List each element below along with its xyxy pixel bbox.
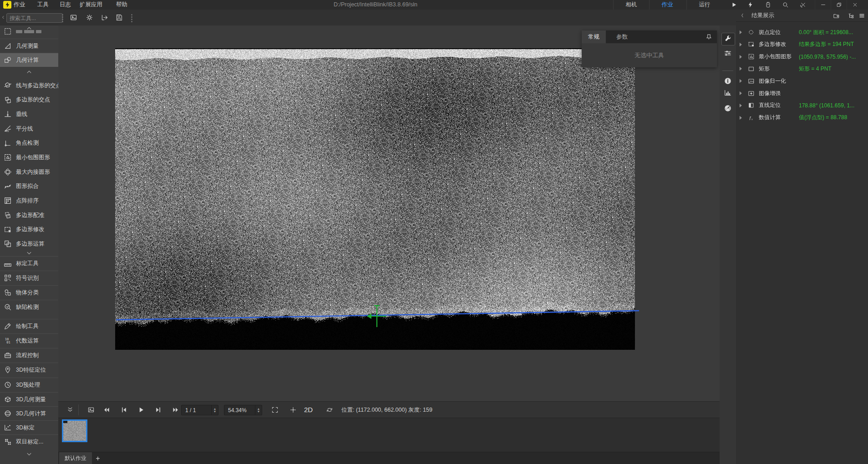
add-group-button[interactable] [831, 11, 842, 20]
result-row-最小包围图形[interactable]: 最小包围图形(1050.978, 575.956) -... [736, 51, 868, 63]
run-button[interactable] [728, 0, 740, 9]
settings-button[interactable] [83, 12, 95, 23]
info-panel-button[interactable] [721, 75, 734, 87]
trigger-button[interactable] [744, 0, 756, 9]
sidebar-item-多边形的交点[interactable]: 多边形的交点 [0, 93, 58, 107]
result-row-图像归一化[interactable]: 图像归一化 [736, 75, 868, 87]
next-frame-button[interactable] [152, 404, 165, 415]
restore-button[interactable] [831, 0, 847, 10]
expand-arrow-icon[interactable] [739, 103, 745, 108]
result-row-图像增强[interactable]: 图像增强 [736, 87, 868, 99]
search-button[interactable] [779, 0, 791, 9]
sidebar-item-角点检测[interactable]: 角点检测 [0, 136, 58, 150]
minimize-button[interactable] [815, 0, 831, 10]
options-tab-1[interactable]: 常规 [582, 30, 606, 43]
close-button[interactable] [847, 0, 863, 10]
sidebar-item-3D特征定位[interactable]: 3D特征定位 [0, 363, 58, 377]
search-input[interactable] [6, 13, 63, 23]
expand-arrow-icon[interactable] [739, 30, 745, 35]
loop-button[interactable] [323, 404, 336, 415]
menu-button[interactable] [856, 11, 867, 20]
menu-3[interactable]: 日志 [55, 0, 76, 10]
panel-collapse-icon[interactable] [741, 12, 744, 19]
device-button[interactable] [762, 0, 774, 9]
play-button[interactable] [135, 404, 147, 415]
first-frame-button[interactable] [100, 404, 113, 415]
tree-view-button[interactable] [845, 11, 856, 20]
disconnect-tool-button[interactable] [797, 0, 809, 9]
menu-2[interactable]: 工具 [33, 0, 53, 10]
sidebar-item-缺陷检测[interactable]: 缺陷检测 [0, 300, 58, 314]
run-export-button[interactable] [98, 12, 110, 23]
group-collapse-down-icon[interactable] [0, 250, 58, 256]
sidebar-item-代数运算[interactable]: 1001代数运算 [0, 333, 58, 348]
sidebar-item-3D标定[interactable]: 3D标定 [0, 420, 58, 434]
options-tab-2[interactable]: 参数 [610, 30, 634, 43]
sidebar-item-平分线[interactable]: 平分线 [0, 122, 58, 136]
view-mode-2d-button[interactable]: 2D [304, 402, 313, 418]
result-row-斑点定位[interactable]: 斑点定位0.00° 面积 = 219608... [736, 26, 868, 38]
fit-screen-button[interactable] [269, 404, 281, 415]
menu-5[interactable]: 帮助 [112, 0, 132, 10]
result-row-数值计算[interactable]: ƒx数值计算值(浮点型) = 88.788 [736, 112, 868, 124]
sidebar-item-多边形修改[interactable]: 多边形修改 [0, 223, 58, 237]
group-collapse-up-icon[interactable] [0, 69, 58, 75]
spinner-arrows-icon[interactable]: ▲▼ [255, 405, 262, 415]
sidebar-item-流程控制[interactable]: 流程控制 [0, 348, 58, 362]
image-export-button[interactable] [67, 12, 79, 23]
sidebar-item-绘制工具[interactable]: 绘制工具 [0, 319, 58, 333]
expand-arrow-icon[interactable] [739, 55, 745, 59]
mode-tab-2[interactable]: 作业 [649, 0, 685, 10]
sidebar-item-点阵排序[interactable]: 点阵排序 [0, 194, 58, 207]
zoom-level-control[interactable]: 54.34% ▲▼ [224, 405, 262, 415]
sidebar-scroll-down[interactable] [0, 451, 58, 457]
frame-counter[interactable]: 1 / 1 ▲▼ [181, 405, 218, 415]
histogram-panel-button[interactable] [721, 86, 734, 98]
filters-panel-button[interactable] [721, 47, 734, 59]
last-frame-button[interactable] [169, 404, 182, 415]
image-button[interactable] [85, 404, 97, 415]
result-row-矩形[interactable]: 矩形矩形 = 4 PNT [736, 63, 868, 75]
image-thumbnail[interactable] [62, 419, 87, 442]
sidebar-item-clipped[interactable] [0, 26, 58, 37]
prev-frame-button[interactable] [117, 404, 130, 415]
sidebar-item-图形拟合[interactable]: 图形拟合 [0, 180, 58, 193]
menu-4[interactable]: 扩展应用 [75, 0, 107, 10]
mode-tab-3[interactable]: 运行 [686, 0, 722, 10]
sidebar-item-几何计算[interactable]: 几何计算 [0, 53, 58, 67]
sidebar-item-3D几何计算[interactable]: 3D几何计算 [0, 406, 58, 420]
sidebar-item-3D几何测量[interactable]: 3D几何测量 [0, 392, 58, 406]
expand-arrow-icon[interactable] [739, 42, 745, 47]
job-tab-default[interactable]: 默认作业 [59, 452, 92, 464]
save-button[interactable] [113, 12, 125, 23]
sidebar-item-最小包围图形[interactable]: 最小包围图形 [0, 151, 58, 164]
collapse-left-icon[interactable] [1, 14, 5, 21]
sidebar-item-物体分类[interactable]: 物体分类 [0, 285, 58, 299]
pin-icon[interactable] [705, 33, 713, 41]
spinner-arrows-icon[interactable]: ▲▼ [211, 405, 218, 415]
add-job-button[interactable]: + [93, 454, 103, 463]
mode-tab-1[interactable]: 相机 [613, 0, 649, 10]
sidebar-item-几何测量[interactable]: 几何测量 [0, 39, 58, 53]
expand-arrow-icon[interactable] [739, 91, 745, 96]
sidebar-item-线与多边形的交点[interactable]: 线与多边形的交点 [0, 79, 58, 92]
expand-arrow-icon[interactable] [739, 79, 745, 83]
menu-1[interactable]: 作业 [9, 0, 30, 10]
sidebar-item-多边形配准[interactable]: 多边形配准 [0, 208, 58, 222]
inspection-image[interactable] [115, 48, 635, 350]
result-row-多边形修改[interactable]: 多边形修改结果多边形 = 194 PNT [736, 39, 868, 50]
expand-arrow-icon[interactable] [739, 116, 745, 120]
sidebar-item-垂线[interactable]: 垂线 [0, 107, 58, 121]
center-button[interactable] [287, 404, 299, 415]
sidebar-item-标定工具[interactable]: 标定工具 [0, 256, 58, 270]
sidebar-item-符号识别[interactable]: 符号识别 [0, 271, 58, 285]
result-row-直线定位[interactable]: 直线定位178.88° (1061.659, 1... [736, 100, 868, 111]
expand-arrow-icon[interactable] [739, 66, 745, 71]
collapse-button[interactable] [64, 404, 76, 415]
sidebar-item-多边形运算[interactable]: 多边形运算 [0, 237, 58, 251]
gauge-panel-button[interactable] [721, 102, 734, 114]
sidebar-item-最大内接圆形[interactable]: 最大内接圆形 [0, 165, 58, 179]
image-viewer[interactable]: 常规参数 无选中工具 [58, 25, 720, 401]
sidebar-item-3D预处理[interactable]: 3D预处理 [0, 378, 58, 392]
sidebar-item-双目标定...[interactable]: 双目标定... [0, 434, 58, 449]
